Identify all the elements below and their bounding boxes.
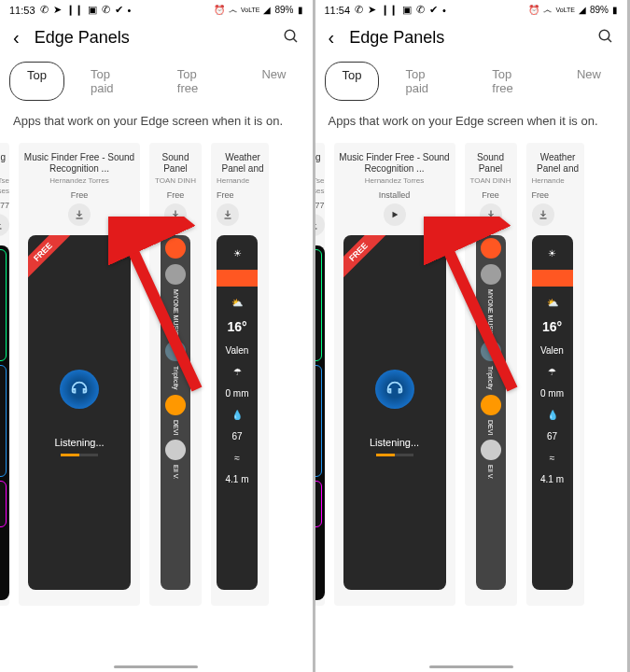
free-ribbon: FREE [28,235,71,280]
panel-card-music-finder[interactable]: Music Finder Free - Sound Recognition ..… [334,143,455,606]
album-icon [165,395,186,415]
bluetooth-icon: ෴ [543,5,552,16]
card-preview: FREE Listening... [28,235,131,590]
album-icon [165,341,186,361]
volte-indicator: VoLTE [555,7,575,13]
call-icon: ✆ [102,4,110,16]
telegram-icon: ➤ [53,4,62,16]
album-icon [481,264,501,285]
alarm-icon: ⏰ [528,5,539,15]
tab-new[interactable]: New [560,62,618,101]
status-bar: 11:54 ✆ ➤ ❙❙ ▣ ✆ ✔ • ⏰ ෴ VoLTE ◢ 89% ▮ [315,0,628,20]
pause-icon: ❙❙ [381,4,398,16]
album-icon [165,440,186,460]
tab-top[interactable]: Top [9,62,64,101]
wind-icon: ≈ [550,453,555,463]
free-ribbon: FREE [343,235,386,280]
tab-top-paid[interactable]: Top paid [74,62,151,101]
accent-bar [532,270,573,287]
panel-card-sound[interactable]: Sound Panel TOAN DINH Free MYONE MUSIC T… [465,143,517,606]
temperature: 16° [227,319,246,334]
panel-card-music-finder[interactable]: Music Finder Free - Sound Recognition ..… [19,143,140,606]
sun-icon: ☀ [548,248,556,259]
clock: 11:53 [9,5,35,16]
album-icon [165,264,186,285]
download-button[interactable] [0,214,9,236]
search-icon[interactable] [283,28,300,49]
wind-icon: ≈ [234,453,240,463]
chat-icon: ▣ [402,4,412,16]
panel-scroller[interactable]: ghting asTse rchases 77 Music Finder Fre… [0,143,313,606]
listening-label: Listening... [370,437,419,448]
home-indicator[interactable] [429,665,513,668]
droplet-icon: 💧 [231,410,243,420]
droplet-icon: 💧 [547,410,558,420]
twitter-icon: ✔ [115,4,123,16]
panel-card-weather[interactable]: Weather Panel and Hernande Free ☀ ⛅ 16° … [211,143,269,606]
download-button[interactable] [480,203,502,226]
download-button[interactable] [164,203,187,226]
pause-icon: ❙❙ [66,4,83,16]
download-button[interactable] [532,203,554,226]
progress-bar [61,454,98,456]
whatsapp-icon: ✆ [40,4,49,16]
listening-label: Listening... [54,437,104,448]
card-preview: MYONE MUSIC Triplicity DEVI Ell V. [161,235,190,590]
page-title: Edge Panels [35,28,268,48]
svg-line-3 [608,38,611,42]
filter-tabs: Top Top paid Top free New [0,56,313,112]
search-icon[interactable] [597,28,614,49]
tab-new[interactable]: New [245,62,302,101]
screen-before: 11:53 ✆ ➤ ❙❙ ▣ ✆ ✔ • ⏰ ෴ VoLTE ◢ 89% ▮ ‹… [0,0,315,672]
headphone-icon [375,370,414,409]
panel-card-sound[interactable]: Sound Panel TOAN DINH Free MYONE MUSIC T… [149,143,202,606]
album-icon [481,440,501,460]
panel-scroller[interactable]: ghting asTse rchases 77 Music Finder Fre… [315,143,628,606]
status-bar: 11:53 ✆ ➤ ❙❙ ▣ ✆ ✔ • ⏰ ෴ VoLTE ◢ 89% ▮ [0,0,313,20]
back-icon[interactable]: ‹ [329,27,335,49]
section-description: Apps that work on your Edge screen when … [315,112,628,143]
panel-card-weather[interactable]: Weather Panel and Hernande Free ☀ ⛅ 16° … [526,143,584,606]
download-button[interactable] [315,214,325,236]
app-header: ‹ Edge Panels [0,20,313,56]
umbrella-icon: ☂ [548,367,556,377]
volte-indicator: VoLTE [241,7,260,13]
sun-icon: ☀ [233,248,242,259]
cloud-icon: ⛅ [231,298,243,308]
home-indicator[interactable] [114,665,198,668]
tab-top-free[interactable]: Top free [161,62,236,101]
section-description: Apps that work on your Edge screen when … [0,112,313,143]
page-title: Edge Panels [349,28,582,48]
download-button[interactable] [217,203,239,226]
cloud-icon: ⛅ [547,298,558,308]
call-icon: ✆ [416,4,425,16]
svg-point-2 [599,30,609,40]
umbrella-icon: ☂ [233,367,242,377]
wifi-icon: ◢ [579,5,586,15]
album-icon [165,238,186,259]
card-preview: FREE Listening... [343,235,446,590]
download-button[interactable] [68,203,91,226]
card-preview: ☀ ⛅ 16° Valen ☂ 0 mm 💧 67 ≈ 4.1 m [532,235,573,590]
card-preview [0,245,9,600]
bluetooth-icon: ෴ [229,5,237,16]
panel-card[interactable]: ghting asTse rchases 77 [315,143,325,606]
accent-bar [217,270,258,287]
battery-icon: ▮ [298,5,303,15]
tab-top[interactable]: Top [325,62,380,101]
card-preview: MYONE MUSIC Triplicity DEVI Ell V. [476,235,506,590]
twitter-icon: ✔ [429,4,438,16]
clock: 11:54 [325,5,351,16]
whatsapp-icon: ✆ [355,4,363,16]
svg-line-1 [293,38,297,42]
panel-card[interactable]: ghting asTse rchases 77 [0,143,9,606]
tab-top-paid[interactable]: Top paid [388,62,466,101]
back-icon[interactable]: ‹ [13,27,20,49]
open-button[interactable] [384,203,406,226]
city-label: Valen [540,345,564,356]
card-preview: ☀ ⛅ 16° Valen ☂ 0 mm 💧 67 ≈ 4.1 m [217,235,258,590]
battery-pct: 89% [274,5,293,15]
progress-bar [376,454,413,456]
tab-top-free[interactable]: Top free [475,62,551,101]
app-header: ‹ Edge Panels [315,20,628,56]
